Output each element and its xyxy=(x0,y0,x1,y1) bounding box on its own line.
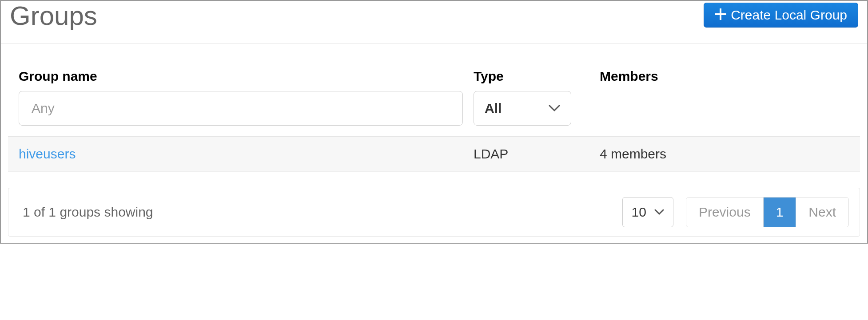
groups-page: Groups Create Local Group Group name Typ… xyxy=(0,0,868,244)
col-group-name: Group name xyxy=(19,69,463,126)
create-local-group-button[interactable]: Create Local Group xyxy=(704,3,858,28)
filter-row: Group name Type All Members xyxy=(8,69,860,137)
table-row: hiveusers LDAP 4 members xyxy=(8,137,860,172)
chevron-down-icon xyxy=(549,105,560,112)
page-size-value: 10 xyxy=(632,205,646,220)
chevron-down-icon xyxy=(654,209,664,215)
next-page-button[interactable]: Next xyxy=(796,198,848,227)
page-size-select[interactable]: 10 xyxy=(622,197,673,227)
table-footer: 1 of 1 groups showing 10 Previous 1 Next xyxy=(8,188,860,237)
plus-icon xyxy=(715,8,726,22)
type-header: Type xyxy=(474,69,589,84)
filter-container: Group name Type All Members hiveusers xyxy=(1,44,867,172)
type-filter-select[interactable]: All xyxy=(474,91,571,126)
cell-type: LDAP xyxy=(474,146,589,162)
page-1-button[interactable]: 1 xyxy=(763,198,796,227)
members-header: Members xyxy=(600,69,849,84)
create-local-group-label: Create Local Group xyxy=(731,8,847,23)
cell-members: 4 members xyxy=(600,146,849,162)
type-filter-value: All xyxy=(485,101,502,116)
page-title: Groups xyxy=(10,3,97,29)
footer-status: 1 of 1 groups showing xyxy=(19,205,622,220)
group-name-header: Group name xyxy=(19,69,463,84)
col-type: Type All xyxy=(474,69,589,126)
previous-page-button[interactable]: Previous xyxy=(686,198,763,227)
pager: Previous 1 Next xyxy=(686,197,849,227)
group-name-filter-input[interactable] xyxy=(19,91,463,126)
page-header: Groups Create Local Group xyxy=(1,1,867,44)
col-members: Members xyxy=(600,69,849,91)
group-link-hiveusers[interactable]: hiveusers xyxy=(19,146,76,161)
cell-group-name: hiveusers xyxy=(19,146,463,162)
